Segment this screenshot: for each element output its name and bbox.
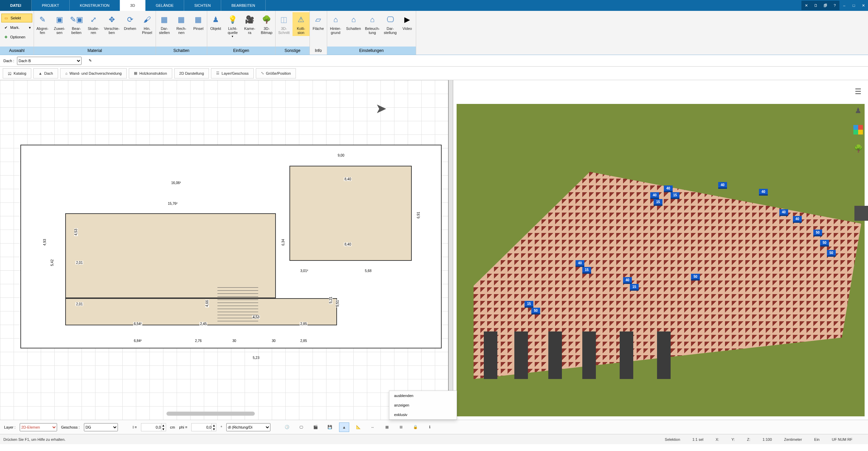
menu-tab-gelaende[interactable]: GELÄNDE [145,0,184,11]
beleuchtung-button[interactable]: ⌂Beleuch- tung [363,12,382,36]
dimension-tag: 15 [525,301,533,308]
mode-select[interactable]: dl (Richtung/Di [226,423,270,431]
lock-icon[interactable]: 🔒 [410,422,421,432]
help-icon[interactable]: ? [830,1,839,10]
ctx-ausblenden[interactable]: ausblenden [389,391,457,400]
snap-icon[interactable]: ▲ [339,422,349,432]
3dbitmap-button[interactable]: 🌳3D- Bitmap [258,12,275,36]
column[interactable] [548,331,562,379]
video-button[interactable]: ▶Video [399,12,416,32]
dim: 8,40 [344,242,352,246]
status-help: Drücken Sie F1, um Hilfe zu erhalten. [3,437,66,441]
subtab-dach[interactable]: ▲Dach [33,68,58,78]
verschieben-button[interactable]: ✥Verschie- ben [102,12,122,36]
pencil-icon[interactable]: ✎ [86,57,94,65]
kamera-button[interactable]: 🎥Kame- ra [241,12,258,36]
file-icon[interactable]: 🗋 [811,1,820,10]
dim: 6,84² [133,339,142,343]
menu-tab-projekt[interactable]: PROJEKT [32,0,70,11]
copy-icon[interactable]: 🗐 [820,1,830,10]
skalieren-button[interactable]: ⤢Skalie- ren [85,12,102,36]
darstellung-button[interactable]: 🖵Dar- stellung [382,12,399,36]
abgreifen-button[interactable]: ✎Abgrei- fen [34,12,51,36]
room-main[interactable] [65,213,276,298]
dimension-tag: 40 [718,182,727,189]
ortho-icon[interactable]: ↔ [368,422,378,432]
tree-rail-icon[interactable]: 🌳 [852,143,864,155]
ribbon-group-sonstige: Sonstige [276,47,309,55]
darstellen-button[interactable]: ▦Dar- stellen [156,12,173,36]
lichtquelle-button[interactable]: 💡Licht- quelle▾ [224,12,241,39]
phi-spinner[interactable]: ▴▾ [212,423,216,431]
view-3d[interactable]: 401540154040404050505015504015401550 ☰ ♟… [453,80,868,420]
3dschnitt-button[interactable]: ◫3D- Schnitt [276,12,293,36]
subtab-layer[interactable]: ☰Layer/Geschoss [211,68,253,78]
layer-select[interactable]: 2D-Elemen [20,423,57,431]
minimize-icon[interactable]: – [839,1,849,10]
info-icon[interactable]: ℹ [425,422,435,432]
dimension-tag: 40 [793,216,802,223]
wood-icon: ▦ [134,71,137,75]
gridsnap-icon[interactable]: ⊞ [396,422,406,432]
tool-icon[interactable]: ✕ [801,1,811,10]
view-2d[interactable]: ➤ 9,00 16,06² 5,42 4,93 15,76² 4,53 2,01… [0,80,448,420]
view-splitter[interactable] [448,80,453,420]
disk-icon[interactable]: 💾 [325,422,335,432]
selekt-button[interactable]: ▭Selekt [1,14,32,22]
subtab-2d[interactable]: 2D Darstellung [174,68,209,78]
menu-tab-sichten[interactable]: SICHTEN [184,0,221,11]
maximize-icon[interactable]: □ [849,1,858,10]
house-bg-icon: ⌂ [330,14,342,26]
schatten-settings-button[interactable]: ⌂Schatten [344,12,363,32]
status-caps: UF NUM RF [832,437,853,441]
kollision-button[interactable]: ⚠Kolli- sion [293,12,309,36]
mark-button[interactable]: ✔Mark.▾ [1,23,32,32]
bearbeiten-button[interactable]: ✎▣Bear- beiten [68,12,85,36]
close-icon[interactable]: ✕ [858,1,868,10]
drehen-button[interactable]: ⟳Drehen [122,12,139,32]
clock-icon[interactable]: 🕓 [282,422,292,432]
menu-tab-datei[interactable]: DATEI [0,0,32,11]
menu-tab-konstruktion[interactable]: KONSTRUKTION [70,0,120,11]
phi-input[interactable] [191,423,212,431]
layers-icon[interactable]: ☰ [852,86,864,98]
screen-icon[interactable]: 🖵 [296,422,306,432]
rail-drag-handle[interactable] [854,206,868,221]
horizontal-scrollbar[interactable] [166,412,255,416]
grid-icon[interactable]: ▦ [382,422,392,432]
dimension-tag: 50 [691,274,700,281]
column[interactable] [620,331,633,379]
flaeche-button[interactable]: ▱Fläche [310,12,327,32]
furniture-icon[interactable]: ♟ [852,105,864,117]
hintergrund-button[interactable]: ⌂Hinter- grund [327,12,344,36]
ruler-icon[interactable]: 📐 [353,422,364,432]
pinsel-button[interactable]: ▦Pinsel [190,12,207,32]
l-spinner[interactable]: ▴▾ [161,423,166,431]
rechnen-button[interactable]: ▦Rech- nen [173,12,190,36]
column[interactable] [514,331,528,379]
menu-tab-bearbeiten[interactable]: BEARBEITEN [221,0,266,11]
subtab-wanddach[interactable]: ⌂Wand- und Dachverschneidung [60,68,127,78]
subtab-holz[interactable]: ▦Holzkonstruktion [129,68,172,78]
column[interactable] [657,331,671,379]
menu-tab-3d[interactable]: 3D [120,0,145,11]
room-lower[interactable] [65,298,337,325]
objekt-button[interactable]: ♟Objekt [207,12,224,32]
column[interactable] [582,331,596,379]
ctx-anzeigen[interactable]: anzeigen [389,400,457,410]
subtab-groesse[interactable]: ⤡Größe/Position [256,68,296,78]
optionen-button[interactable]: ✚Optionen [1,33,32,41]
ctx-exklusiv[interactable]: exklusiv [389,410,457,419]
stairs[interactable] [217,287,258,328]
zuweisen-button[interactable]: ▣Zuwei- sen [51,12,68,36]
column[interactable] [484,331,497,379]
dim: 2,01 [75,261,83,265]
camera2-icon[interactable]: 🎬 [311,422,321,432]
color-swatch-icon[interactable] [852,124,864,136]
hinpinsel-button[interactable]: 🖌Hin. Pinsel [139,12,156,36]
l-input[interactable] [141,423,161,431]
status-ratio: 1:1 sel [692,437,703,441]
dach-select[interactable]: Dach B [17,57,82,65]
subtab-katalog[interactable]: 🕮Katalog [3,68,31,78]
geschoss-select[interactable]: DG [84,423,118,431]
